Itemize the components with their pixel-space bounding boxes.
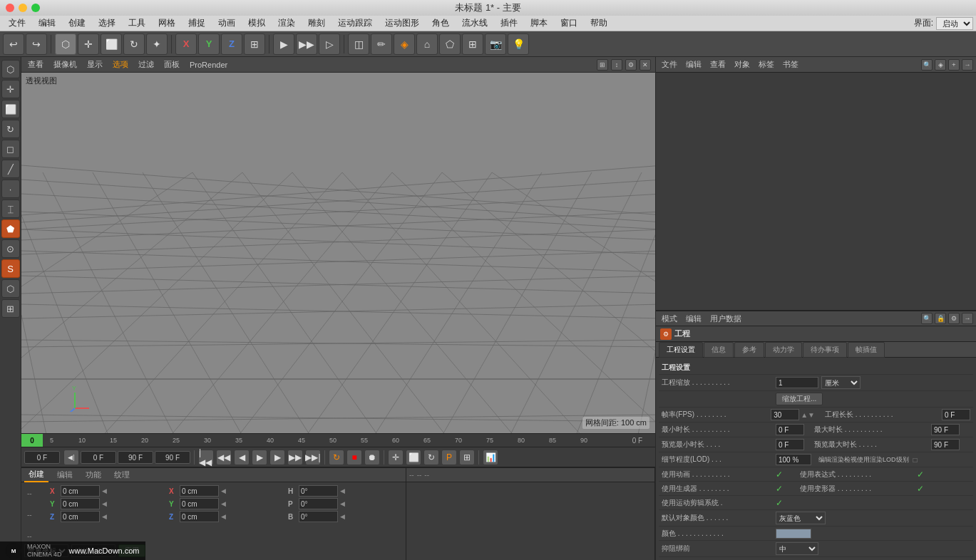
- props-arrow-btn[interactable]: →: [962, 313, 973, 324]
- axis-z-btn[interactable]: Z: [221, 33, 242, 55]
- prop-input-prevmax[interactable]: [931, 439, 960, 450]
- scale-tool[interactable]: ⬜: [101, 33, 122, 55]
- om-menu-bookmarks[interactable]: 书签: [780, 58, 801, 71]
- coord-input-p[interactable]: [299, 498, 338, 509]
- vp-menu-filter[interactable]: 过滤: [136, 58, 156, 71]
- sidebar-knife-btn[interactable]: ⌶: [1, 199, 20, 218]
- coord-input-x1[interactable]: [61, 485, 100, 497]
- prev-frame-btn[interactable]: ◀|: [63, 450, 79, 465]
- om-menu-edit[interactable]: 编辑: [683, 58, 704, 71]
- ptab-reference[interactable]: 参考: [734, 342, 764, 358]
- om-menu-tags[interactable]: 标签: [756, 58, 777, 71]
- stop-btn[interactable]: ■: [346, 450, 362, 465]
- render-region-btn[interactable]: ▶: [273, 33, 294, 55]
- coord-system-btn[interactable]: ⊞: [244, 33, 265, 55]
- menu-file[interactable]: 文件: [3, 16, 31, 31]
- sidebar-uv-btn[interactable]: ⬡: [1, 279, 20, 298]
- ctab-function[interactable]: 功能: [81, 468, 106, 482]
- menu-select[interactable]: 选择: [93, 16, 121, 31]
- goto-end-btn[interactable]: ▶▶|: [305, 450, 321, 465]
- om-filter-btn[interactable]: ◈: [935, 59, 946, 71]
- coord-input-y2[interactable]: [180, 498, 219, 509]
- ptab-project-settings[interactable]: 工程设置: [659, 342, 703, 358]
- menu-window[interactable]: 窗口: [555, 16, 583, 31]
- deform-btn[interactable]: ⌂: [416, 33, 438, 55]
- array-btn[interactable]: ⊞: [462, 33, 483, 55]
- transform-tool[interactable]: ✦: [146, 33, 168, 55]
- prop-input-prevmin[interactable]: [776, 439, 804, 450]
- sidebar-scale-btn[interactable]: ⬜: [1, 100, 20, 118]
- vp-icon-close[interactable]: ✕: [639, 59, 651, 71]
- sidebar-magnet-btn[interactable]: ⊙: [1, 239, 20, 258]
- prop-select-objcolor[interactable]: 灰蓝色: [776, 512, 826, 524]
- ptab-interpolation[interactable]: 帧插值: [848, 342, 885, 358]
- vp-icon-move[interactable]: ↕: [611, 59, 622, 71]
- ctab-texture[interactable]: 纹理: [110, 468, 134, 482]
- camera-btn[interactable]: 📷: [485, 33, 506, 55]
- props-menu-edit[interactable]: 编辑: [683, 313, 704, 325]
- coord-input-x2[interactable]: [180, 485, 219, 497]
- move-key-btn[interactable]: ✛: [388, 450, 404, 465]
- menu-render[interactable]: 渲染: [272, 16, 301, 31]
- menu-mesh[interactable]: 网格: [153, 16, 181, 31]
- prop-select-threshold[interactable]: 中: [776, 542, 818, 555]
- prop-color-swatch[interactable]: [776, 529, 811, 539]
- minimize-button[interactable]: [19, 4, 27, 12]
- all-key-btn[interactable]: ⊞: [459, 450, 475, 465]
- axis-y-btn[interactable]: Y: [198, 33, 220, 55]
- vp-menu-display[interactable]: 显示: [85, 58, 105, 71]
- pen-btn[interactable]: ✏: [371, 33, 392, 55]
- sidebar-obj-btn[interactable]: ⬡: [1, 60, 20, 78]
- coord-input-h[interactable]: [299, 485, 338, 497]
- ptab-info[interactable]: 信息: [704, 342, 734, 358]
- ctab-create[interactable]: 创建: [24, 467, 48, 482]
- render-btn[interactable]: ▷: [319, 33, 340, 55]
- menu-script[interactable]: 脚本: [525, 16, 553, 31]
- next-frame-btn[interactable]: ▶: [269, 450, 285, 465]
- timeline-zero[interactable]: 0: [21, 434, 43, 447]
- menu-character[interactable]: 角色: [426, 16, 455, 31]
- menu-pipeline[interactable]: 流水线: [456, 16, 493, 31]
- view-cube-btn[interactable]: ◫: [348, 33, 369, 55]
- move-tool[interactable]: ✛: [78, 33, 99, 55]
- menu-plugins[interactable]: 插件: [495, 16, 523, 31]
- maximize-button[interactable]: [31, 4, 40, 12]
- start-frame-field[interactable]: 0 F: [81, 451, 116, 464]
- timeline-ruler[interactable]: 5 10 15 20 25 30 35 40 45 50 55 60 65 70…: [43, 434, 620, 447]
- menu-sculpt[interactable]: 雕刻: [302, 16, 331, 31]
- prop-input-proj-len[interactable]: [942, 409, 970, 420]
- props-search-btn[interactable]: 🔍: [921, 313, 933, 324]
- undo-btn[interactable]: ↩: [3, 33, 24, 55]
- goto-start-btn[interactable]: |◀◀: [198, 450, 214, 465]
- next-key-btn[interactable]: ▶▶: [287, 450, 303, 465]
- om-menu-view[interactable]: 查看: [707, 58, 729, 71]
- prop-select-unit[interactable]: 厘米: [821, 376, 861, 389]
- coord-input-y1[interactable]: [61, 498, 100, 509]
- prop-scale-project-btn[interactable]: 缩放工程...: [776, 393, 823, 405]
- record-btn[interactable]: ⏺: [364, 450, 380, 465]
- prop-input-scale[interactable]: [776, 377, 818, 388]
- color-btn[interactable]: ◈: [394, 33, 415, 55]
- menu-tools[interactable]: 工具: [123, 16, 151, 31]
- timeline-btn[interactable]: 📊: [483, 450, 498, 465]
- axis-x-btn[interactable]: X: [175, 33, 197, 55]
- vp-icon-settings[interactable]: ⚙: [625, 59, 637, 71]
- scale-key-btn[interactable]: ⬜: [406, 450, 421, 465]
- sidebar-rotate-btn[interactable]: ↻: [1, 120, 20, 138]
- coord-input-z1[interactable]: [61, 511, 100, 522]
- select-tool[interactable]: ⬡: [55, 33, 76, 55]
- light-btn[interactable]: 💡: [508, 33, 529, 55]
- vp-menu-camera[interactable]: 摄像机: [51, 58, 79, 71]
- prop-input-fps[interactable]: [771, 409, 799, 420]
- menu-help[interactable]: 帮助: [585, 16, 613, 31]
- sidebar-point-btn[interactable]: ·: [1, 180, 20, 198]
- ptab-dynamics[interactable]: 动力学: [765, 342, 802, 358]
- current-frame-field[interactable]: 0 F: [24, 451, 60, 464]
- props-menu-userdata[interactable]: 用户数据: [707, 313, 744, 325]
- pos-key-btn[interactable]: P: [441, 450, 457, 465]
- menu-create[interactable]: 创建: [63, 16, 91, 31]
- ptab-todo[interactable]: 待办事项: [803, 342, 847, 358]
- render-view-btn[interactable]: ▶▶: [296, 33, 317, 55]
- prop-input-mintime[interactable]: [776, 424, 804, 435]
- sidebar-edge-btn[interactable]: ╱: [1, 160, 20, 178]
